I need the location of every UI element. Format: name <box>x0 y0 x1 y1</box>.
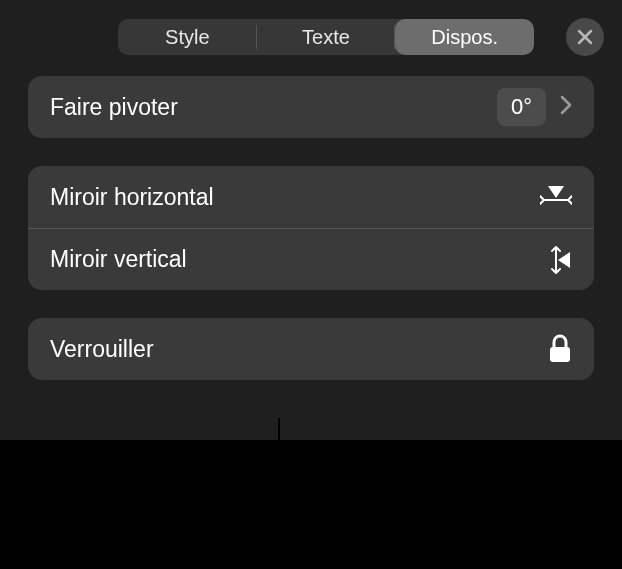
mirror-horizontal-row[interactable]: Miroir horizontal <box>28 166 594 228</box>
tab-style[interactable]: Style <box>118 19 257 55</box>
callout-line <box>278 418 280 498</box>
lock-row[interactable]: Verrouiller <box>28 318 594 380</box>
close-icon <box>577 29 593 45</box>
rotate-row[interactable]: Faire pivoter 0° <box>28 76 594 138</box>
flip-vertical-icon <box>542 245 572 275</box>
mirror-vertical-label: Miroir vertical <box>50 246 187 273</box>
bottom-area <box>0 440 622 569</box>
rotate-group: Faire pivoter 0° <box>28 76 594 138</box>
segmented-control: Style Texte Dispos. <box>118 19 534 55</box>
tab-text[interactable]: Texte <box>257 19 396 55</box>
panel-content: Faire pivoter 0° Miroir horizontal <box>0 56 622 380</box>
mirror-group: Miroir horizontal Miroir vertical <box>28 166 594 290</box>
mirror-horizontal-label: Miroir horizontal <box>50 184 214 211</box>
rotate-value[interactable]: 0° <box>497 88 546 126</box>
lock-group: Verrouiller <box>28 318 594 380</box>
flip-horizontal-icon <box>540 184 572 210</box>
tab-layout[interactable]: Dispos. <box>395 19 534 55</box>
rotate-controls: 0° <box>497 88 572 126</box>
tab-bar: Style Texte Dispos. <box>0 18 622 56</box>
mirror-vertical-row[interactable]: Miroir vertical <box>28 228 594 290</box>
close-button[interactable] <box>566 18 604 56</box>
format-panel: Style Texte Dispos. Faire pivoter 0° <box>0 0 622 440</box>
rotate-label: Faire pivoter <box>50 94 178 121</box>
lock-label: Verrouiller <box>50 336 154 363</box>
chevron-right-icon <box>560 94 572 121</box>
lock-icon <box>548 334 572 364</box>
svg-rect-0 <box>550 347 570 362</box>
